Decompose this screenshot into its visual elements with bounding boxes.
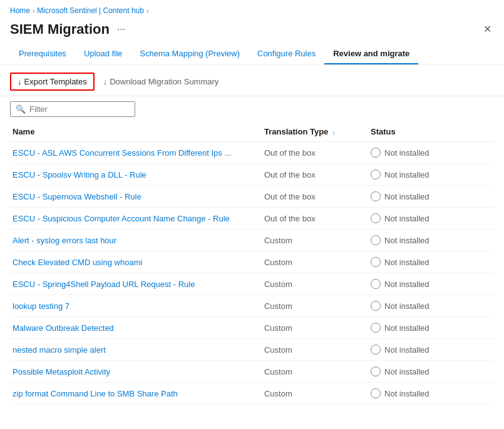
status-badge: Not installed — [371, 235, 491, 245]
download-icon: ↓ — [103, 77, 108, 86]
status-badge: Not installed — [371, 323, 491, 333]
filter-row: 🔍 — [0, 96, 504, 122]
row-name-cell[interactable]: ESCU - Suspicious Computer Account Name … — [10, 208, 262, 230]
row-name-cell[interactable]: Check Elevated CMD using whoami — [10, 251, 262, 273]
col-header-status: Status — [368, 122, 494, 142]
status-circle-icon — [371, 148, 381, 158]
row-name-cell[interactable]: ESCU - ASL AWS Concurrent Sessions From … — [10, 142, 262, 164]
row-type-cell: Out of the box — [262, 208, 368, 230]
tabs-bar: Prerequisites Upload file Schema Mapping… — [0, 44, 504, 65]
row-type-cell: Out of the box — [262, 142, 368, 164]
table-row: Alert - syslog errors last hourCustomNot… — [10, 230, 494, 251]
row-type-cell: Custom — [262, 230, 368, 251]
table-row: lookup testing 7CustomNot installed — [10, 295, 494, 317]
row-type-cell: Out of the box — [262, 186, 368, 208]
table-row: Possible Metasploit ActivityCustomNot in… — [10, 361, 494, 383]
table-row: Check Elevated CMD using whoamiCustomNot… — [10, 251, 494, 273]
row-status-cell: Not installed — [368, 230, 494, 251]
export-icon: ↓ — [18, 77, 22, 86]
status-circle-icon — [371, 323, 381, 333]
status-badge: Not installed — [371, 191, 491, 201]
row-status-cell: Not installed — [368, 142, 494, 164]
status-circle-icon — [371, 213, 381, 223]
table-row: zip format Command Line to SMB Share Pat… — [10, 383, 494, 405]
tab-configure-rules[interactable]: Configure Rules — [249, 44, 324, 64]
row-status-cell: Not installed — [368, 251, 494, 273]
search-input[interactable] — [29, 104, 130, 114]
breadcrumb-sentinel[interactable]: Microsoft Sentinel | Content hub — [37, 6, 144, 15]
row-type-cell: Custom — [262, 251, 368, 273]
status-text: Not installed — [384, 170, 429, 179]
col-header-name: Name — [10, 122, 262, 142]
status-text: Not installed — [384, 192, 429, 201]
status-circle-icon — [371, 257, 381, 267]
toolbar: ↓ Export Templates ↓ Download Migration … — [0, 65, 504, 96]
table-row: ESCU - ASL AWS Concurrent Sessions From … — [10, 142, 494, 164]
status-badge: Not installed — [371, 366, 491, 376]
row-name-cell[interactable]: lookup testing 7 — [10, 295, 262, 317]
search-icon: 🔍 — [16, 104, 26, 114]
ellipsis-button[interactable]: ··· — [115, 23, 128, 36]
export-templates-button[interactable]: ↓ Export Templates — [10, 73, 95, 91]
row-type-cell: Custom — [262, 339, 368, 361]
table-row: ESCU - Supernova Webshell - RuleOut of t… — [10, 186, 494, 208]
row-type-cell: Out of the box — [262, 164, 368, 186]
row-name-cell[interactable]: ESCU - Spoolsv Writing a DLL - Rule — [10, 164, 262, 186]
tab-schema-mapping[interactable]: Schema Mapping (Preview) — [131, 44, 249, 64]
status-circle-icon — [371, 366, 381, 376]
download-migration-summary-button[interactable]: ↓ Download Migration Summary — [97, 74, 225, 89]
row-type-cell: Custom — [262, 273, 368, 295]
status-circle-icon — [371, 388, 381, 398]
table-row: ESCU - Suspicious Computer Account Name … — [10, 208, 494, 230]
row-status-cell: Not installed — [368, 208, 494, 230]
row-status-cell: Not installed — [368, 186, 494, 208]
status-badge: Not installed — [371, 169, 491, 179]
status-badge: Not installed — [371, 301, 491, 311]
status-circle-icon — [371, 191, 381, 201]
row-name-cell[interactable]: ESCU - Spring4Shell Payload URL Request … — [10, 273, 262, 295]
status-text: Not installed — [384, 258, 429, 267]
row-status-cell: Not installed — [368, 339, 494, 361]
close-button[interactable]: ✕ — [481, 22, 494, 37]
row-status-cell: Not installed — [368, 164, 494, 186]
breadcrumb-chevron-1: › — [33, 8, 34, 14]
status-circle-icon — [371, 279, 381, 289]
breadcrumb-chevron-2: › — [147, 8, 148, 14]
status-circle-icon — [371, 345, 381, 355]
col-header-translation-type[interactable]: Translation Type ↓ — [262, 122, 368, 142]
row-status-cell: Not installed — [368, 317, 494, 339]
tab-prerequisites[interactable]: Prerequisites — [10, 44, 75, 64]
row-type-cell: Custom — [262, 383, 368, 405]
status-text: Not installed — [384, 280, 429, 289]
tab-upload-file[interactable]: Upload file — [75, 44, 131, 64]
row-status-cell: Not installed — [368, 295, 494, 317]
row-name-cell[interactable]: zip format Command Line to SMB Share Pat… — [10, 383, 262, 405]
row-name-cell[interactable]: Alert - syslog errors last hour — [10, 230, 262, 251]
row-name-cell[interactable]: Malware Outbreak Detected — [10, 317, 262, 339]
sort-icon: ↓ — [332, 129, 336, 136]
breadcrumb: Home › Microsoft Sentinel | Content hub … — [0, 0, 504, 19]
status-badge: Not installed — [371, 213, 491, 223]
status-badge: Not installed — [371, 345, 491, 355]
export-templates-label: Export Templates — [24, 77, 87, 86]
table-row: Malware Outbreak DetectedCustomNot insta… — [10, 317, 494, 339]
table-row: ESCU - Spring4Shell Payload URL Request … — [10, 273, 494, 295]
breadcrumb-home[interactable]: Home — [10, 6, 30, 15]
table-row: nested macro simple alertCustomNot insta… — [10, 339, 494, 361]
status-badge: Not installed — [371, 388, 491, 398]
table-container: Name Translation Type ↓ Status ESCU - AS… — [0, 122, 504, 405]
status-text: Not installed — [384, 148, 429, 158]
filter-input-wrap[interactable]: 🔍 — [10, 101, 135, 117]
status-text: Not installed — [384, 367, 429, 376]
panel-header: SIEM Migration ··· ✕ — [0, 19, 504, 44]
status-text: Not installed — [384, 236, 429, 245]
rules-table: Name Translation Type ↓ Status ESCU - AS… — [10, 122, 494, 405]
status-circle-icon — [371, 301, 381, 311]
row-name-cell[interactable]: ESCU - Supernova Webshell - Rule — [10, 186, 262, 208]
status-text: Not installed — [384, 301, 429, 311]
page-title: SIEM Migration — [10, 21, 110, 38]
status-badge: Not installed — [371, 257, 491, 267]
row-name-cell[interactable]: Possible Metasploit Activity — [10, 361, 262, 383]
tab-review-migrate[interactable]: Review and migrate — [324, 44, 418, 64]
row-name-cell[interactable]: nested macro simple alert — [10, 339, 262, 361]
